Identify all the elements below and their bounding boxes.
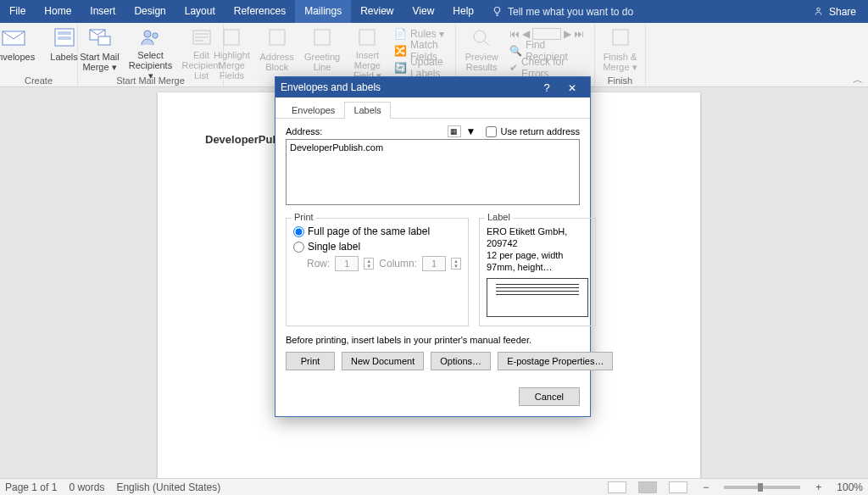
full-page-radio-input[interactable] <box>293 226 304 237</box>
share-icon <box>813 6 824 17</box>
menu-references[interactable]: References <box>225 0 295 23</box>
envelopes-button[interactable]: Envelopes <box>0 25 37 77</box>
menu-help[interactable]: Help <box>443 0 483 23</box>
last-record-icon: ⏭ <box>574 28 584 40</box>
column-spinner: ▲▼ <box>451 258 461 270</box>
update-icon: 🔄 <box>394 62 407 74</box>
use-return-address-checkbox[interactable] <box>486 126 497 137</box>
svg-point-7 <box>144 31 151 37</box>
cancel-button[interactable]: Cancel <box>519 387 580 406</box>
status-language[interactable]: English (United States) <box>116 481 220 493</box>
new-document-button[interactable]: New Document <box>342 352 424 370</box>
view-web-layout[interactable] <box>669 481 687 493</box>
insert-merge-field-button: Insert Merge Field ▾ <box>347 25 388 77</box>
zoom-slider[interactable] <box>724 486 800 489</box>
close-icon: ✕ <box>568 82 576 94</box>
status-page[interactable]: Page 1 of 1 <box>5 481 57 493</box>
mail-merge-icon <box>86 26 114 50</box>
svg-rect-3 <box>58 31 71 35</box>
address-textarea[interactable]: DeveloperPublish.com <box>286 139 580 205</box>
envelopes-label: Envelopes <box>0 52 35 62</box>
menu-mailings[interactable]: Mailings <box>295 0 351 23</box>
tell-me-search[interactable]: Tell me what you want to do <box>483 0 642 23</box>
rules-label: Rules ▾ <box>410 28 444 40</box>
status-words[interactable]: 0 words <box>69 481 104 493</box>
share-button[interactable]: Share <box>801 0 868 23</box>
rules-icon: 📄 <box>394 28 407 40</box>
address-dropdown[interactable]: ▼ <box>463 125 480 137</box>
check-errors-button: ✔Check for Errors <box>507 60 591 75</box>
dialog-close-button[interactable]: ✕ <box>559 81 585 94</box>
find-icon: 🔍 <box>509 45 522 57</box>
highlight-icon <box>218 26 245 48</box>
address-block-icon <box>264 26 291 50</box>
lightbulb-icon <box>492 6 503 17</box>
start-mail-merge-label: Start Mail Merge ▾ <box>80 52 119 72</box>
view-print-layout[interactable] <box>638 481 657 493</box>
status-bar: Page 1 of 1 0 words English (United Stat… <box>0 478 868 495</box>
print-legend: Print <box>292 212 316 222</box>
dialog-help-button[interactable]: ? <box>534 81 559 94</box>
preview-icon <box>468 26 495 50</box>
svg-point-14 <box>474 31 486 42</box>
view-read-mode[interactable] <box>608 481 626 493</box>
single-label-radio[interactable]: Single label <box>293 241 461 253</box>
menu-home[interactable]: Home <box>35 0 81 23</box>
row-spinner: ▲▼ <box>364 258 374 270</box>
print-fieldset: Print Full page of the same label Single… <box>286 218 469 326</box>
preview-results-button: Preview Results <box>460 25 504 77</box>
label-legend: Label <box>485 212 513 222</box>
check-icon: ✔ <box>509 62 518 74</box>
menu-layout[interactable]: Layout <box>175 0 225 23</box>
print-button[interactable]: Print <box>286 352 335 370</box>
address-block-label: Address Block <box>260 52 294 72</box>
address-book-icon: ▦ <box>448 126 460 136</box>
zoom-in-button[interactable]: + <box>812 481 825 493</box>
share-label: Share <box>829 6 856 18</box>
greeting-icon <box>309 26 336 50</box>
label-fieldset[interactable]: Label ERO Etikett GmbH, 209742 12 per pa… <box>479 218 596 326</box>
recipients-icon <box>137 26 164 48</box>
label-spec: 12 per page, width 97mm, height… <box>487 249 588 273</box>
tab-labels[interactable]: Labels <box>344 102 390 119</box>
dialog-tabs: Envelopes Labels <box>275 97 590 119</box>
start-mail-merge-button[interactable]: Start Mail Merge ▾ <box>76 25 124 77</box>
address-label: Address: <box>286 126 448 136</box>
select-recipients-button[interactable]: Select Recipients ▾ <box>127 25 175 77</box>
address-book-button[interactable]: ▦ <box>448 125 461 137</box>
zoom-level[interactable]: 100% <box>837 481 863 493</box>
group-create-label: Create <box>0 75 77 86</box>
menu-review[interactable]: Review <box>351 0 403 23</box>
svg-rect-15 <box>613 30 628 45</box>
dialog-titlebar[interactable]: Envelopes and Labels ? ✕ <box>275 77 590 97</box>
address-block-button: Address Block <box>256 25 298 77</box>
full-page-label: Full page of the same label <box>308 225 430 237</box>
greeting-line-label: Greeting Line <box>304 52 340 72</box>
svg-rect-11 <box>270 30 285 45</box>
menu-file[interactable]: File <box>0 0 35 23</box>
match-icon: 🔀 <box>394 45 407 57</box>
single-label-label: Single label <box>308 241 360 253</box>
menu-view[interactable]: View <box>403 0 444 23</box>
dialog-title: Envelopes and Labels <box>281 81 534 93</box>
prev-record-icon: ◀ <box>522 28 530 40</box>
envelopes-labels-dialog: Envelopes and Labels ? ✕ Envelopes Label… <box>275 76 591 417</box>
label-preview <box>487 278 588 317</box>
full-page-radio[interactable]: Full page of the same label <box>293 225 461 237</box>
row-label: Row: <box>307 258 330 270</box>
tab-envelopes[interactable]: Envelopes <box>282 102 344 119</box>
zoom-out-button[interactable]: − <box>699 481 712 493</box>
chevron-down-icon: ▼ <box>466 125 476 137</box>
label-vendor: ERO Etikett GmbH, 209742 <box>487 225 588 249</box>
options-button[interactable]: Options… <box>431 352 491 370</box>
group-finish-label: Finish <box>595 75 645 86</box>
collapse-ribbon-button[interactable]: ︿ <box>853 73 863 87</box>
epostage-properties-button[interactable]: E-postage Properties… <box>498 352 613 370</box>
single-label-radio-input[interactable] <box>293 242 304 253</box>
printer-hint: Before printing, insert labels in your p… <box>286 335 580 345</box>
menu-insert[interactable]: Insert <box>81 0 125 23</box>
menu-design[interactable]: Design <box>125 0 175 23</box>
svg-rect-4 <box>58 36 71 40</box>
svg-rect-10 <box>224 30 239 45</box>
greeting-line-button: Greeting Line <box>301 25 342 77</box>
